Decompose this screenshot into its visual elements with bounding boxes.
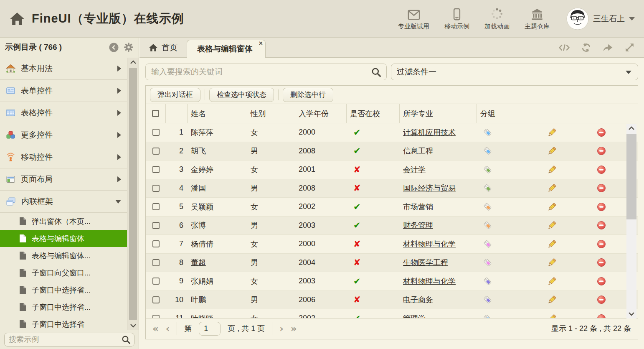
row-checkbox[interactable] [152, 166, 160, 173]
tag-icon[interactable] [483, 295, 493, 305]
close-icon[interactable]: × [259, 40, 263, 47]
scroll-down-icon[interactable] [130, 324, 137, 328]
edit-icon[interactable] [547, 313, 557, 318]
delete-icon[interactable] [596, 202, 606, 212]
delete-icon[interactable] [596, 127, 606, 138]
sidebar-group-mobile-controls[interactable]: 移动控件 [0, 146, 127, 168]
delete-icon[interactable] [596, 183, 606, 193]
edit-icon[interactable] [547, 146, 557, 156]
last-page-icon[interactable]: » [291, 323, 297, 334]
major-link[interactable]: 生物医学工程 [403, 257, 448, 267]
tag-icon[interactable] [483, 239, 493, 249]
sidebar-item-1[interactable]: 表格与编辑窗体 [0, 230, 127, 247]
edit-icon[interactable] [547, 165, 557, 175]
sidebar-search-input[interactable] [5, 333, 134, 346]
row-checkbox[interactable] [152, 315, 160, 318]
tag-icon[interactable] [483, 220, 493, 230]
tag-icon[interactable] [483, 276, 493, 286]
delete-icon[interactable] [596, 257, 606, 267]
sidebar-item-6[interactable]: 子窗口中选择省 [0, 316, 127, 330]
tab-home[interactable]: 首页 [139, 38, 187, 57]
sidebar-group-form-controls[interactable]: 表单控件 [0, 80, 127, 102]
major-link[interactable]: 材料物理与化学 [403, 239, 456, 249]
row-checkbox[interactable] [152, 222, 160, 229]
header-action-pro-trial[interactable]: 专业版试用 [398, 7, 429, 31]
tag-icon[interactable] [483, 313, 493, 318]
scrollbar-thumb[interactable] [626, 134, 636, 219]
tag-icon[interactable] [483, 183, 493, 193]
edit-icon[interactable] [547, 239, 557, 249]
search-icon[interactable] [122, 335, 131, 344]
row-checkbox[interactable] [152, 148, 160, 155]
first-page-icon[interactable]: « [152, 323, 159, 334]
row-checkbox[interactable] [152, 240, 160, 247]
delete-icon[interactable] [596, 276, 606, 286]
user-menu[interactable]: 三生石上 [566, 8, 635, 30]
sidebar-item-0[interactable]: 弹出窗体（本页... [0, 213, 127, 230]
scroll-up-icon[interactable] [130, 60, 137, 64]
header-action-mobile-demo[interactable]: 移动示例 [444, 7, 469, 31]
filter-dropdown[interactable]: 过滤条件一 [391, 64, 638, 80]
header-action-loading-animation[interactable]: 加载动画 [484, 7, 510, 31]
scroll-up-icon[interactable] [628, 126, 635, 130]
next-page-icon[interactable]: › [279, 323, 283, 334]
sidebar-item-4[interactable]: 子窗口中选择省... [0, 281, 127, 298]
tag-icon[interactable] [483, 257, 493, 267]
sidebar-group-grid-controls[interactable]: 表格控件 [0, 102, 127, 124]
gear-icon[interactable] [124, 42, 134, 52]
edit-icon[interactable] [547, 276, 557, 286]
major-link[interactable]: 电子商务 [403, 295, 433, 305]
page-number-input[interactable] [199, 322, 221, 336]
refresh-icon[interactable] [581, 43, 591, 53]
search-icon[interactable] [371, 67, 381, 77]
header-action-theme-repo[interactable]: 主题仓库 [525, 7, 550, 31]
delete-icon[interactable] [596, 220, 606, 230]
edit-icon[interactable] [547, 257, 557, 267]
edit-icon[interactable] [547, 220, 557, 230]
tag-icon[interactable] [483, 165, 493, 175]
grid-scrollbar[interactable] [626, 124, 636, 318]
major-link[interactable]: 市场营销 [403, 202, 433, 212]
major-link[interactable]: 财务管理 [403, 220, 433, 230]
sidebar-scrollbar[interactable] [127, 58, 139, 330]
edit-icon[interactable] [547, 202, 557, 212]
major-link[interactable]: 国际经济与贸易 [403, 183, 456, 193]
expand-icon[interactable] [624, 42, 635, 53]
share-icon[interactable] [602, 43, 614, 52]
sidebar-group-inline-frame[interactable]: 内联框架 [0, 191, 127, 213]
delete-icon[interactable] [596, 295, 606, 305]
scrollbar-thumb[interactable] [129, 68, 137, 320]
major-link[interactable]: 材料物理与化学 [403, 276, 456, 286]
delete-icon[interactable] [596, 239, 606, 249]
prev-page-icon[interactable]: ‹ [166, 323, 170, 334]
sidebar-item-3[interactable]: 子窗口向父窗口... [0, 264, 127, 281]
tag-icon[interactable] [483, 127, 493, 138]
row-checkbox[interactable] [152, 129, 160, 136]
tag-icon[interactable] [483, 202, 493, 212]
delete-icon[interactable] [596, 313, 606, 318]
major-link[interactable]: 计算机应用技术 [403, 127, 456, 138]
delete-rows-button[interactable]: 删除选中行 [283, 88, 333, 102]
edit-icon[interactable] [547, 183, 557, 193]
row-checkbox[interactable] [152, 185, 160, 192]
collapse-sidebar-icon[interactable] [109, 43, 119, 52]
major-link[interactable]: 信息工程 [403, 146, 433, 156]
code-icon[interactable] [558, 43, 570, 53]
delete-icon[interactable] [596, 165, 606, 175]
sidebar-item-2[interactable]: 表格与编辑窗体... [0, 247, 127, 264]
sidebar-group-basic-usage[interactable]: 基本用法 [0, 58, 127, 80]
sidebar-item-5[interactable]: 子窗口中选择省... [0, 298, 127, 316]
check-selection-button[interactable]: 检查选中项状态 [209, 88, 274, 102]
row-checkbox[interactable] [152, 259, 160, 266]
open-dialog-button[interactable]: 弹出对话框 [150, 88, 200, 102]
scroll-down-icon[interactable] [628, 312, 635, 316]
edit-icon[interactable] [547, 295, 557, 305]
sidebar-group-more-controls[interactable]: 更多控件 [0, 124, 127, 146]
tab-grid-edit-window[interactable]: 表格与编辑窗体 × [187, 40, 266, 58]
row-checkbox[interactable] [152, 296, 160, 303]
sidebar-group-page-layout[interactable]: 页面布局 [0, 168, 127, 191]
edit-icon[interactable] [547, 127, 557, 138]
row-checkbox[interactable] [152, 278, 160, 285]
major-link[interactable]: 管理学 [403, 313, 426, 318]
select-all-checkbox[interactable] [152, 110, 159, 117]
